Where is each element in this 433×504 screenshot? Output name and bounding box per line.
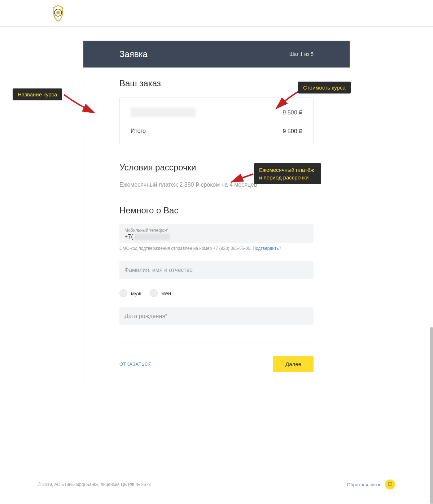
logo-icon [49,4,67,23]
gender-male-option[interactable]: муж. [119,289,143,297]
action-row: ОТКАЗАТЬСЯ Далее [119,356,314,372]
order-box: 9 500 ₽ Итого 9 500 ₽ [119,97,314,145]
radio-icon [119,289,127,297]
order-item-row: 9 500 ₽ [131,108,302,117]
gender-radio-group: муж. жен. [119,289,314,297]
header-bar [0,0,433,27]
feedback-text: Обратная связь [347,482,381,487]
card-header: Заявка Шаг 1 из 5 [83,41,350,68]
phone-input[interactable]: Мобильный телефон* +7( [119,224,314,243]
scrollbar-track[interactable] [429,0,433,504]
callout-monthly-payment: Ежемесячный платёж и период рассрочки [254,163,321,184]
gender-male-label: муж. [131,290,143,296]
card-body: Ваш заказ 9 500 ₽ Итого 9 500 ₽ Условия … [83,68,350,387]
sms-hint: СМС-код подтверждения отправлен на номер… [119,246,314,251]
phone-value: +7( [124,234,309,240]
callout-course-name: Название курса [13,88,62,100]
decline-link[interactable]: ОТКАЗАТЬСЯ [119,361,152,367]
gender-female-option[interactable]: жен. [150,289,172,297]
about-section: Немного о Вас Мобильный телефон* +7( СМС… [119,205,314,325]
action-divider [119,343,314,343]
phone-label: Мобильный телефон* [124,228,309,233]
copyright: © 2019, АО «Тинькофф Банк», лицензия ЦБ … [38,482,151,487]
card-title: Заявка [119,49,148,59]
fio-input[interactable]: Фамилия, имя и отчество [119,261,314,279]
phone-prefix: +7( [124,234,133,240]
next-button[interactable]: Далее [273,356,314,372]
callout-course-price: Стоимость курса [298,82,351,94]
about-title: Немного о Вас [119,205,314,216]
phone-blurred [134,234,170,240]
radio-icon [150,289,158,297]
footer: © 2019, АО «Тинькофф Банк», лицензия ЦБ … [0,479,433,490]
chat-icon [385,479,395,490]
feedback-link[interactable]: Обратная связь [347,479,395,490]
step-indicator: Шаг 1 из 5 [289,51,314,57]
svg-point-1 [56,11,60,14]
order-total-label: Итого [131,128,146,135]
order-total-row: Итого 9 500 ₽ [131,128,302,135]
order-item-name-blurred [131,108,196,117]
scrollbar-thumb[interactable] [430,327,433,504]
order-item-price: 9 500 ₽ [283,109,302,116]
dob-input[interactable]: Дата рождения* [119,307,314,325]
sms-confirm-link[interactable]: Подтвердить? [253,246,281,251]
order-title: Ваш заказ [119,78,314,88]
order-total-value: 9 500 ₽ [283,128,302,135]
gender-female-label: жен. [161,290,172,296]
sms-hint-text: СМС-код подтверждения отправлен на номер… [119,246,253,251]
